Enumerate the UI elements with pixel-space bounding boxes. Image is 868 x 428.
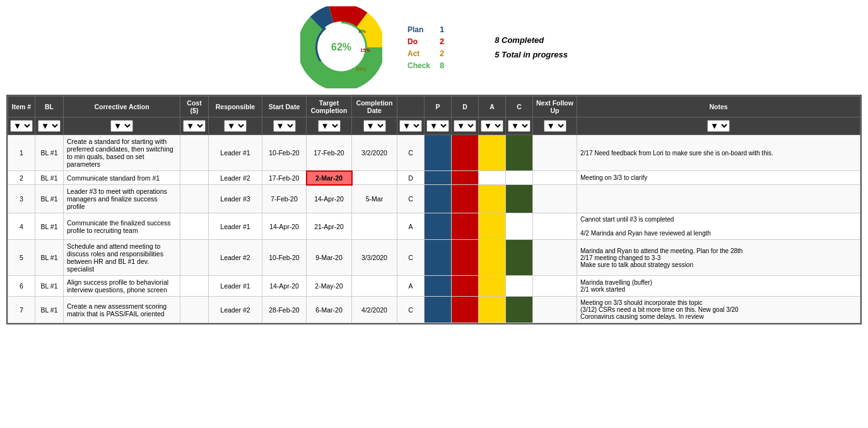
table-cell: Create a new assessment scoring matrix t… bbox=[64, 297, 180, 323]
filter-next[interactable]: ▼ bbox=[533, 117, 577, 135]
filter-responsible-select[interactable]: ▼ bbox=[224, 120, 247, 132]
filter-cost-select[interactable]: ▼ bbox=[183, 120, 206, 132]
legend-act: Act 2 bbox=[408, 49, 444, 58]
filter-bl[interactable]: ▼ bbox=[35, 117, 64, 135]
legend-check: Check 8 bbox=[408, 61, 444, 70]
legend-do-label: Do bbox=[408, 37, 436, 46]
col-header-bl: BL bbox=[35, 97, 64, 117]
table-cell: D bbox=[397, 171, 425, 185]
legend-plan: Plan 1 bbox=[408, 25, 444, 34]
legend-do: Do 2 bbox=[408, 37, 444, 46]
table-cell bbox=[180, 240, 209, 276]
page: 62% 8% 15% 15% Plan 1 Do 2 Act 2 Check bbox=[0, 0, 868, 428]
table-cell-p bbox=[425, 240, 452, 276]
legend-plan-num: 1 bbox=[440, 25, 444, 34]
table-cell-a bbox=[479, 135, 506, 171]
table-cell-c bbox=[506, 297, 533, 323]
table-cell-p bbox=[425, 185, 452, 213]
filter-bl-select[interactable]: ▼ bbox=[38, 120, 61, 132]
filter-responsible[interactable]: ▼ bbox=[209, 117, 262, 135]
inprogress-stat: 5 Total in progress bbox=[495, 50, 568, 59]
table-cell: Leader #1 bbox=[209, 135, 262, 171]
filter-d[interactable]: ▼ bbox=[452, 117, 479, 135]
filter-c[interactable]: ▼ bbox=[506, 117, 533, 135]
table-cell-c bbox=[506, 171, 533, 185]
filter-target-select[interactable]: ▼ bbox=[318, 120, 341, 132]
col-header-completion: Completion Date bbox=[352, 97, 397, 117]
filter-action-select[interactable]: ▼ bbox=[110, 120, 133, 132]
table-cell-a bbox=[479, 240, 506, 276]
filter-p-select[interactable]: ▼ bbox=[426, 120, 449, 132]
filter-a[interactable]: ▼ bbox=[479, 117, 506, 135]
table-cell bbox=[533, 135, 577, 171]
filter-status-select[interactable]: ▼ bbox=[399, 120, 422, 132]
table-cell: Marinda and Ryan to attend the meeting. … bbox=[577, 240, 860, 276]
table-cell-d bbox=[452, 297, 479, 323]
table-cell-c bbox=[506, 240, 533, 276]
table-cell-a bbox=[479, 171, 506, 185]
filter-target[interactable]: ▼ bbox=[307, 117, 352, 135]
filter-notes-select[interactable]: ▼ bbox=[707, 120, 730, 132]
table-cell: BL #1 bbox=[35, 213, 64, 240]
filter-notes[interactable]: ▼ bbox=[577, 117, 860, 135]
table-cell bbox=[533, 213, 577, 240]
filter-next-select[interactable]: ▼ bbox=[544, 120, 566, 132]
filter-d-select[interactable]: ▼ bbox=[454, 120, 476, 132]
table-cell bbox=[533, 185, 577, 213]
filter-status[interactable]: ▼ bbox=[397, 117, 425, 135]
filter-start-select[interactable]: ▼ bbox=[273, 120, 296, 132]
table-cell-target: 6-Mar-20 bbox=[307, 297, 352, 323]
completed-stat: 8 Completed bbox=[495, 35, 568, 45]
filter-a-select[interactable]: ▼ bbox=[481, 120, 503, 132]
table-cell: 1 bbox=[8, 135, 35, 171]
table-cell: Leader #3 bbox=[209, 185, 262, 213]
table-cell bbox=[577, 185, 860, 213]
table-cell-c bbox=[506, 185, 533, 213]
table-cell: 7 bbox=[8, 297, 35, 323]
col-header-a: A bbox=[479, 97, 506, 117]
col-header-cost: Cost ($) bbox=[180, 97, 209, 117]
table-row: 1BL #1Create a standard for starting wit… bbox=[8, 135, 860, 171]
filter-item-select[interactable]: ▼ bbox=[10, 120, 33, 132]
filter-c-select[interactable]: ▼ bbox=[508, 120, 531, 132]
table-cell-d bbox=[452, 171, 479, 185]
filter-action[interactable]: ▼ bbox=[64, 117, 180, 135]
filter-completion-select[interactable]: ▼ bbox=[363, 120, 386, 132]
filter-cost[interactable]: ▼ bbox=[180, 117, 209, 135]
filter-start[interactable]: ▼ bbox=[262, 117, 307, 135]
table-cell-a bbox=[479, 213, 506, 240]
table-cell bbox=[180, 276, 209, 297]
table-cell: 2 bbox=[8, 171, 35, 185]
table-cell: 5 bbox=[8, 240, 35, 276]
legend-act-label: Act bbox=[408, 49, 436, 58]
filter-row: ▼ ▼ ▼ ▼ ▼ ▼ ▼ ▼ ▼ ▼ ▼ ▼ ▼ ▼ ▼ bbox=[8, 117, 860, 135]
table-cell: C bbox=[397, 297, 425, 323]
main-table: Item # BL Corrective Action Cost ($) Res… bbox=[6, 95, 862, 324]
col-header-responsible: Responsible bbox=[209, 97, 262, 117]
filter-completion[interactable]: ▼ bbox=[352, 117, 397, 135]
table-cell: BL #1 bbox=[35, 240, 64, 276]
table-cell-d bbox=[452, 185, 479, 213]
table-row: 4BL #1Communicate the finalized success … bbox=[8, 213, 860, 240]
table-cell bbox=[180, 185, 209, 213]
table-cell: Create a standard for starting with pref… bbox=[64, 135, 180, 171]
table-cell: BL #1 bbox=[35, 276, 64, 297]
table-cell: BL #1 bbox=[35, 171, 64, 185]
table-cell bbox=[352, 171, 397, 185]
filter-item[interactable]: ▼ bbox=[8, 117, 35, 135]
chart-legend: Plan 1 Do 2 Act 2 Check 8 bbox=[408, 25, 444, 70]
table-cell: Leader #2 bbox=[209, 240, 262, 276]
table-cell bbox=[533, 276, 577, 297]
table-cell: Leader #2 bbox=[209, 171, 262, 185]
table-cell: 3 bbox=[8, 185, 35, 213]
col-header-target: Target Completion bbox=[307, 97, 352, 117]
donut-chart: 62% 8% 15% 15% bbox=[300, 6, 382, 88]
table-cell: Leader #1 bbox=[209, 213, 262, 240]
table-cell-p bbox=[425, 171, 452, 185]
table-cell: C bbox=[397, 135, 425, 171]
table-cell: Leader #2 bbox=[209, 297, 262, 323]
table-cell: 2/17 Need feedback from Lori to make sur… bbox=[577, 135, 860, 171]
legend-act-num: 2 bbox=[440, 49, 444, 58]
table-cell: BL #1 bbox=[35, 185, 64, 213]
filter-p[interactable]: ▼ bbox=[425, 117, 452, 135]
